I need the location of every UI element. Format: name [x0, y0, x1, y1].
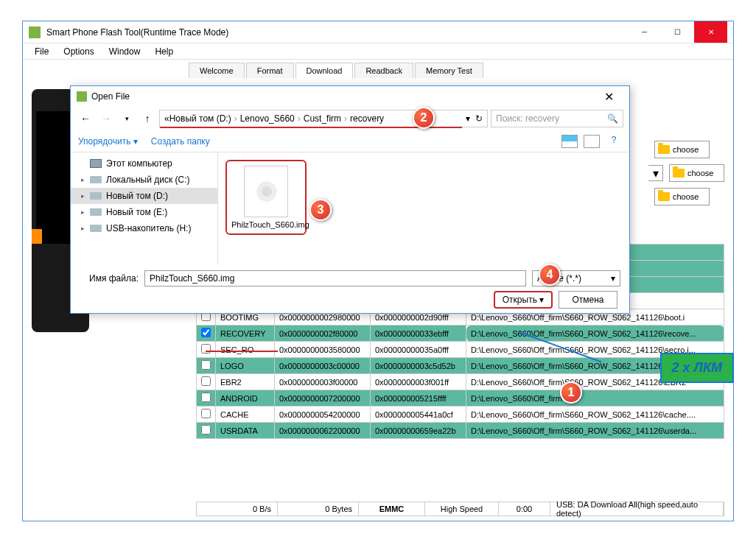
filename-input[interactable]	[144, 270, 526, 286]
help-button[interactable]: ?	[606, 135, 622, 148]
table-row[interactable]: LOGO 0x0000000003c00000 0x0000000003c5d5…	[197, 358, 724, 374]
tab-format[interactable]: Format	[246, 63, 294, 78]
drive-icon	[90, 176, 102, 183]
titlebar: Smart Phone Flash Tool(Runtime Trace Mod…	[23, 21, 733, 43]
view-mode-button[interactable]	[561, 135, 578, 148]
status-speed: 0 B/s	[197, 502, 278, 516]
annotation-line	[206, 351, 278, 352]
end-address: 0x0000000003c5d52b	[371, 358, 466, 374]
filename-label: Имя файла:	[80, 273, 139, 284]
table-row[interactable]: CACHE 0x0000000054200000 0x000000005441a…	[197, 407, 724, 423]
breadcrumb[interactable]: « Новый том (D:)› Lenovo_S660› Cust_firm…	[159, 110, 488, 127]
file-area[interactable]: PhilzTouch_S660.img	[218, 152, 629, 264]
close-button[interactable]: ✕	[694, 21, 727, 43]
minimize-button[interactable]: ─	[628, 21, 661, 43]
row-checkbox[interactable]	[201, 376, 211, 386]
file-name: PhilzTouch_S660.img	[231, 220, 301, 229]
menu-file[interactable]: File	[27, 45, 56, 58]
newfolder-button[interactable]: Создать папку	[151, 136, 210, 147]
table-row[interactable]: EBR2 0x0000000003f00000 0x0000000003f001…	[197, 374, 724, 390]
tree-item[interactable]: ▸Локальный диск (C:)	[71, 172, 217, 188]
partition-name: RECOVERY	[216, 326, 275, 342]
nav-forward-button[interactable]: →	[97, 110, 115, 127]
tree-item[interactable]: ▸USB-накопитель (H:)	[71, 220, 217, 236]
menu-options[interactable]: Options	[56, 45, 101, 58]
tab-welcome[interactable]: Welcome	[189, 63, 245, 78]
partition-name: CACHE	[216, 407, 275, 423]
statusbar: 0 B/s 0 Bytes EMMC High Speed 0:00 USB: …	[196, 502, 724, 516]
search-icon: 🔍	[607, 113, 618, 124]
location-path[interactable]: D:\Lenovo_S660\Off_firm	[466, 390, 724, 407]
callout-3: 3	[309, 199, 332, 221]
callout-1: 1	[560, 382, 582, 404]
tree-item[interactable]: ▸Новый том (E:)	[71, 204, 217, 220]
menu-window[interactable]: Window	[102, 45, 148, 58]
file-item[interactable]: PhilzTouch_S660.img	[225, 160, 307, 235]
tree-item[interactable]: ▸Новый том (D:)	[71, 188, 217, 204]
status-usb: USB: DA Download All(high speed,auto det…	[550, 502, 724, 516]
table-row[interactable]: SEC_RO 0x0000000003580000 0x00000000035a…	[197, 342, 724, 358]
start-address: 0x0000000002f80000	[275, 326, 371, 342]
organize-button[interactable]: Упорядочить ▾	[78, 136, 138, 147]
dialog-title: Open File	[91, 91, 594, 102]
location-path[interactable]: D:\Lenovo_S660\Off_firm\S660_ROW_S062_14…	[466, 423, 724, 439]
status-bytes: 0 Bytes	[278, 502, 359, 516]
dropdown-arrow-icon[interactable]: ▾	[648, 165, 663, 181]
choose-button-2[interactable]: choose	[669, 164, 724, 182]
location-path[interactable]: D:\Lenovo_S660\Off_firm\S660_ROW_S062_14…	[466, 326, 724, 342]
cancel-button[interactable]: Отмена	[559, 291, 617, 309]
disc-image-icon	[244, 166, 288, 217]
end-address: 0x00000000033ebfff	[371, 326, 466, 342]
end-address: 0x0000000003f001ff	[371, 374, 466, 390]
maximize-button[interactable]: ☐	[661, 21, 694, 43]
table-row[interactable]: USRDATA 0x0000000062200000 0x00000000659…	[197, 423, 724, 439]
start-address: 0x0000000003f00000	[275, 374, 371, 390]
row-checkbox[interactable]	[201, 393, 211, 402]
start-address: 0x0000000003580000	[275, 342, 371, 358]
row-checkbox[interactable]	[201, 344, 211, 354]
nav-history-button[interactable]: ▾	[118, 110, 136, 127]
row-checkbox[interactable]	[201, 360, 211, 370]
app-icon	[77, 91, 87, 102]
dialog-titlebar: Open File ✕	[71, 86, 629, 107]
folder-icon	[658, 145, 670, 154]
row-checkbox[interactable]	[201, 409, 211, 418]
partition-name: LOGO	[216, 358, 275, 374]
search-input[interactable]: Поиск: recovery 🔍	[491, 110, 623, 127]
tree-item[interactable]: Этот компьютер	[71, 155, 217, 172]
folder-icon	[673, 169, 685, 177]
dialog-close-button[interactable]: ✕	[594, 90, 623, 104]
open-button[interactable]: Открыть ▾	[494, 291, 553, 309]
choose-button-3[interactable]: choose	[654, 188, 710, 205]
drive-icon	[90, 208, 102, 216]
partition-name: SEC_RO	[216, 342, 275, 358]
menu-help[interactable]: Help	[147, 45, 181, 58]
choose-button-1[interactable]: choose	[654, 141, 710, 158]
callout-4: 4	[539, 264, 561, 286]
table-row[interactable]: ANDROID 0x0000000007200000 0x00000000521…	[197, 390, 724, 407]
end-address: 0x000000005441a0cf	[371, 407, 466, 423]
tab-download[interactable]: Download	[295, 63, 354, 78]
partition-name: EBR2	[216, 374, 275, 390]
tab-memorytest[interactable]: Memory Test	[415, 63, 483, 78]
nav-back-button[interactable]: ←	[77, 110, 94, 127]
callout-2: 2	[413, 107, 435, 129]
drive-icon	[90, 192, 102, 200]
folder-icon	[658, 192, 670, 201]
nav-up-button[interactable]: ↑	[139, 110, 156, 127]
tabs: Welcome Format Download Readback Memory …	[189, 63, 485, 78]
end-address: 0x000000005215ffff	[371, 390, 466, 407]
row-checkbox[interactable]	[201, 328, 211, 337]
tab-readback[interactable]: Readback	[354, 63, 413, 78]
start-address: 0x0000000007200000	[275, 390, 371, 407]
partition-name: ANDROID	[216, 390, 275, 407]
location-path[interactable]: D:\Lenovo_S660\Off_firm\S660_ROW_S062_14…	[466, 407, 724, 423]
table-row[interactable]: RECOVERY 0x0000000002f80000 0x0000000003…	[197, 326, 724, 342]
status-mode: High Speed	[425, 502, 499, 516]
start-address: 0x0000000062200000	[275, 423, 371, 439]
end-address: 0x00000000035a0fff	[371, 342, 466, 358]
pc-icon	[90, 159, 102, 168]
preview-pane-button[interactable]	[584, 135, 600, 148]
row-checkbox[interactable]	[201, 425, 211, 435]
status-time: 0:00	[499, 502, 550, 516]
